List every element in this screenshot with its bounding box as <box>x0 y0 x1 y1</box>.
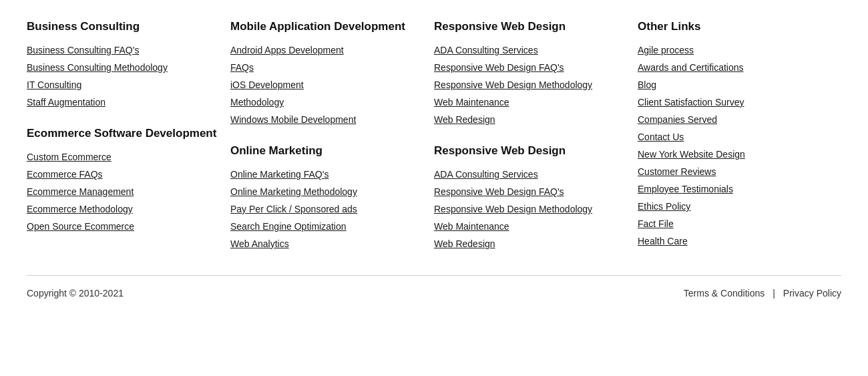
footer-link[interactable]: Ethics Policy <box>638 201 690 212</box>
footer-link[interactable]: iOS Development <box>230 79 304 90</box>
footer-bottom: Copyright © 2010-2021 Terms & Conditions… <box>0 276 868 311</box>
footer-heading-responsive-web-design-2: Responsive Web Design <box>434 144 624 158</box>
footer-link[interactable]: Responsive Web Design FAQ's <box>434 62 564 73</box>
list-item: Online Marketing Methodology <box>230 186 421 198</box>
footer-heading-business-consulting: Business Consulting <box>27 20 217 33</box>
footer-list-online-marketing: Online Marketing FAQ'sOnline Marketing M… <box>230 168 421 250</box>
footer-link[interactable]: Online Marketing FAQ's <box>230 169 329 180</box>
list-item: Responsive Web Design Methodology <box>434 79 624 91</box>
footer-link[interactable]: Responsive Web Design Methodology <box>434 79 592 90</box>
footer-link[interactable]: ADA Consulting Services <box>434 169 538 180</box>
footer-link[interactable]: ADA Consulting Services <box>434 45 538 55</box>
privacy-link[interactable]: Privacy Policy <box>783 288 841 299</box>
footer-link[interactable]: Pay Per Click / Sponsored ads <box>230 204 357 214</box>
list-item: Blog <box>638 79 828 91</box>
list-item: Responsive Web Design FAQ's <box>434 61 624 73</box>
footer-section-ecommerce: Ecommerce Software DevelopmentCustom Eco… <box>27 127 217 232</box>
footer-link[interactable]: Fact File <box>638 218 674 229</box>
list-item: Agile process <box>638 44 828 56</box>
list-item: Business Consulting Methodology <box>27 61 217 73</box>
footer-link[interactable]: Web Maintenance <box>434 221 509 232</box>
footer-link[interactable]: Awards and Certifications <box>638 62 743 73</box>
footer-link[interactable]: Online Marketing Methodology <box>230 186 357 197</box>
footer-list-responsive-web-design-2: ADA Consulting ServicesResponsive Web De… <box>434 168 624 250</box>
footer-links-container: Business ConsultingBusiness Consulting F… <box>0 0 868 268</box>
footer-section-mobile-app: Mobile Application DevelopmentAndroid Ap… <box>230 20 421 126</box>
footer-link[interactable]: Ecommerce Methodology <box>27 204 133 214</box>
footer-section-other-links: Other LinksAgile processAwards and Certi… <box>638 20 828 247</box>
footer-link[interactable]: Search Engine Optimization <box>230 221 347 232</box>
list-item: ADA Consulting Services <box>434 44 624 56</box>
list-item: Web Redesign <box>434 114 624 126</box>
list-item: ADA Consulting Services <box>434 168 624 180</box>
footer-link[interactable]: IT Consulting <box>27 79 81 90</box>
list-item: New York Website Design <box>638 148 828 160</box>
list-item: Client Satisfaction Survey <box>638 96 828 108</box>
footer-link[interactable]: Staff Augmentation <box>27 97 105 108</box>
list-item: Open Source Ecommerce <box>27 220 217 232</box>
footer-section-business-consulting: Business ConsultingBusiness Consulting F… <box>27 20 217 108</box>
list-item: Web Redesign <box>434 238 624 250</box>
footer-link[interactable]: New York Website Design <box>638 149 745 160</box>
footer-list-mobile-app: Android Apps DevelopmentFAQsiOS Developm… <box>230 44 421 126</box>
list-item: Ethics Policy <box>638 200 828 212</box>
list-item: IT Consulting <box>27 79 217 91</box>
list-item: Customer Reviews <box>638 166 828 178</box>
footer-link[interactable]: Windows Mobile Development <box>230 114 356 125</box>
footer-heading-online-marketing: Online Marketing <box>230 144 421 158</box>
list-item: Ecommerce Management <box>27 186 217 198</box>
footer-link[interactable]: Custom Ecommerce <box>27 152 112 162</box>
footer-column-3: Other LinksAgile processAwards and Certi… <box>638 20 841 255</box>
footer-link[interactable]: FAQs <box>230 62 254 73</box>
footer-link[interactable]: Blog <box>638 79 656 90</box>
footer-link[interactable]: Android Apps Development <box>230 45 344 55</box>
footer-column-0: Business ConsultingBusiness Consulting F… <box>27 20 230 255</box>
list-item: Web Analytics <box>230 238 421 250</box>
footer-link[interactable]: Contact Us <box>638 132 684 142</box>
footer-heading-mobile-app: Mobile Application Development <box>230 20 421 33</box>
terms-link[interactable]: Terms & Conditions <box>684 288 765 299</box>
list-item: Custom Ecommerce <box>27 151 217 163</box>
footer-link[interactable]: Ecommerce FAQs <box>27 169 103 180</box>
footer-link[interactable]: Business Consulting Methodology <box>27 62 168 73</box>
list-item: Contact Us <box>638 131 828 143</box>
footer-link[interactable]: Business Consulting FAQ's <box>27 45 139 55</box>
footer-link[interactable]: Ecommerce Management <box>27 186 134 197</box>
list-item: Health Care <box>638 235 828 247</box>
footer-link[interactable]: Web Analytics <box>230 238 289 249</box>
footer-link[interactable]: Web Redesign <box>434 114 495 125</box>
footer-column-1: Mobile Application DevelopmentAndroid Ap… <box>230 20 434 255</box>
list-item: Methodology <box>230 96 421 108</box>
footer-column-2: Responsive Web DesignADA Consulting Serv… <box>434 20 638 255</box>
footer-link[interactable]: Methodology <box>230 97 284 108</box>
footer-link[interactable]: Responsive Web Design FAQ's <box>434 186 564 197</box>
list-item: iOS Development <box>230 79 421 91</box>
list-item: Responsive Web Design FAQ's <box>434 186 624 198</box>
footer-section-online-marketing: Online MarketingOnline Marketing FAQ'sOn… <box>230 144 421 250</box>
list-item: Web Maintenance <box>434 96 624 108</box>
list-item: Android Apps Development <box>230 44 421 56</box>
footer-link[interactable]: Health Care <box>638 236 688 246</box>
footer-link[interactable]: Customer Reviews <box>638 166 716 177</box>
footer-link[interactable]: Responsive Web Design Methodology <box>434 204 592 214</box>
footer-list-responsive-web-design-1: ADA Consulting ServicesResponsive Web De… <box>434 44 624 126</box>
footer-link[interactable]: Companies Served <box>638 114 717 125</box>
footer-section-responsive-web-design-2: Responsive Web DesignADA Consulting Serv… <box>434 144 624 250</box>
footer-link[interactable]: Open Source Ecommerce <box>27 221 134 232</box>
list-item: Search Engine Optimization <box>230 220 421 232</box>
footer-bottom-links: Terms & Conditions | Privacy Policy <box>684 288 841 299</box>
footer-separator: | <box>773 288 775 299</box>
list-item: Web Maintenance <box>434 220 624 232</box>
list-item: Awards and Certifications <box>638 61 828 73</box>
footer-link[interactable]: Employee Testimonials <box>638 184 733 194</box>
footer-link[interactable]: Client Satisfaction Survey <box>638 97 744 108</box>
footer-list-ecommerce: Custom EcommerceEcommerce FAQsEcommerce … <box>27 151 217 232</box>
list-item: Business Consulting FAQ's <box>27 44 217 56</box>
list-item: Staff Augmentation <box>27 96 217 108</box>
list-item: Companies Served <box>638 114 828 126</box>
footer-link[interactable]: Agile process <box>638 45 694 55</box>
footer-link[interactable]: Web Redesign <box>434 238 495 249</box>
footer-list-business-consulting: Business Consulting FAQ'sBusiness Consul… <box>27 44 217 108</box>
footer-heading-other-links: Other Links <box>638 20 828 33</box>
footer-link[interactable]: Web Maintenance <box>434 97 509 108</box>
